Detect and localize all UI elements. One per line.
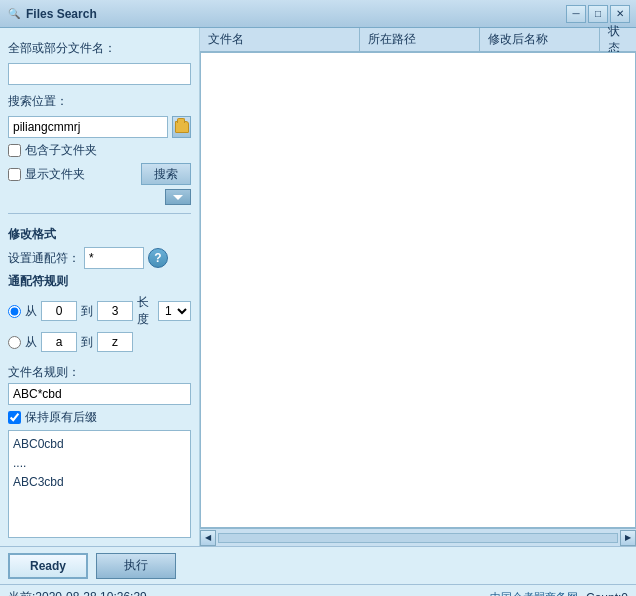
app-icon: 🔍 (6, 6, 22, 22)
filename-rule-input[interactable] (8, 383, 191, 405)
wildcard-set-label: 设置通配符： (8, 250, 80, 267)
show-folders-label: 显示文件夹 (25, 166, 85, 183)
keep-extension-checkbox[interactable] (8, 411, 21, 424)
radio2-to-input[interactable] (97, 332, 133, 352)
wildcard-set-row: 设置通配符： ? (8, 247, 191, 269)
col-status-header[interactable]: 状态 (600, 28, 636, 51)
radio2-to-label: 到 (81, 334, 93, 351)
radio2-from-label: 从 (25, 334, 37, 351)
filename-rule-label: 文件名规则： (8, 364, 191, 381)
radio-numeric[interactable] (8, 305, 21, 318)
col-newname-header[interactable]: 修改后名称 (480, 28, 600, 51)
include-subfolders-label: 包含子文件夹 (25, 142, 97, 159)
browse-button[interactable] (172, 116, 191, 138)
scroll-left-button[interactable]: ◀ (200, 530, 216, 546)
table-header: 文件名 所在路径 修改后名称 状态 (200, 28, 636, 52)
radio1-from-label: 从 (25, 303, 37, 320)
help-button[interactable]: ? (148, 248, 168, 268)
radio2-from-input[interactable] (41, 332, 77, 352)
preview-line-2: ABC3cbd (13, 473, 186, 492)
location-input[interactable] (8, 116, 168, 138)
include-subfolders-checkbox[interactable] (8, 144, 21, 157)
radio1-to-label: 到 (81, 303, 93, 320)
divider-1 (8, 213, 191, 214)
keep-extension-row: 保持原有后缀 (8, 409, 191, 426)
scroll-track[interactable] (218, 533, 618, 543)
wildcard-rule-title: 通配符规则 (8, 273, 191, 290)
col-filename-header[interactable]: 文件名 (200, 28, 360, 51)
length-select[interactable]: 1 2 3 (158, 301, 191, 321)
status-bar: 当前:2020-08-28 10:26:39 中国企者嗣商务网 Count:0 (0, 584, 636, 596)
window-controls: ─ □ ✕ (566, 5, 630, 23)
radio-row-1: 从 到 长度 1 2 3 (8, 294, 191, 328)
right-panel: 文件名 所在路径 修改后名称 状态 ◀ ▶ (200, 28, 636, 546)
folder-icon (175, 121, 189, 133)
wildcard-input[interactable] (84, 247, 144, 269)
search-button[interactable]: 搜索 (141, 163, 191, 185)
minimize-button[interactable]: ─ (566, 5, 586, 23)
window-title: Files Search (26, 7, 566, 21)
filename-label: 全部或部分文件名： (8, 40, 191, 57)
include-subfolders-row: 包含子文件夹 (8, 142, 191, 159)
radio-alpha[interactable] (8, 336, 21, 349)
close-button[interactable]: ✕ (610, 5, 630, 23)
show-folders-checkbox[interactable] (8, 168, 21, 181)
col-path-header[interactable]: 所在路径 (360, 28, 480, 51)
preview-line-1: ABC0cbd (13, 435, 186, 454)
location-row (8, 116, 191, 138)
chevron-down-icon (173, 195, 183, 200)
preview-box: ABC0cbd .... ABC3cbd (8, 430, 191, 538)
table-body (200, 52, 636, 528)
radio-row-2: 从 到 (8, 332, 191, 352)
main-container: 全部或部分文件名： 搜索位置： 包含子文件夹 显示文件夹 搜索 修改 (0, 28, 636, 546)
show-folders-row: 显示文件夹 (8, 166, 85, 183)
keep-extension-label: 保持原有后缀 (25, 409, 97, 426)
filename-rule-section: 文件名规则： (8, 360, 191, 405)
maximize-button[interactable]: □ (588, 5, 608, 23)
radio1-length-label: 长度 (137, 294, 154, 328)
radio1-to-input[interactable] (97, 301, 133, 321)
search-location-label: 搜索位置： (8, 93, 191, 110)
company-link[interactable]: 中国企者嗣商务网 (490, 590, 578, 596)
ready-button[interactable]: Ready (8, 553, 88, 579)
scroll-right-button[interactable]: ▶ (620, 530, 636, 546)
count-label: Count:0 (586, 591, 628, 597)
modify-format-title: 修改格式 (8, 226, 191, 243)
toggle-button[interactable] (165, 189, 191, 205)
execute-button[interactable]: 执行 (96, 553, 176, 579)
title-bar: 🔍 Files Search ─ □ ✕ (0, 0, 636, 28)
left-panel: 全部或部分文件名： 搜索位置： 包含子文件夹 显示文件夹 搜索 修改 (0, 28, 200, 546)
preview-line-dots: .... (13, 454, 186, 473)
horizontal-scrollbar: ◀ ▶ (200, 528, 636, 546)
datetime-label: 当前:2020-08-28 10:26:39 (8, 589, 147, 596)
filename-input[interactable] (8, 63, 191, 85)
radio1-from-input[interactable] (41, 301, 77, 321)
action-bar: Ready 执行 (0, 546, 636, 584)
